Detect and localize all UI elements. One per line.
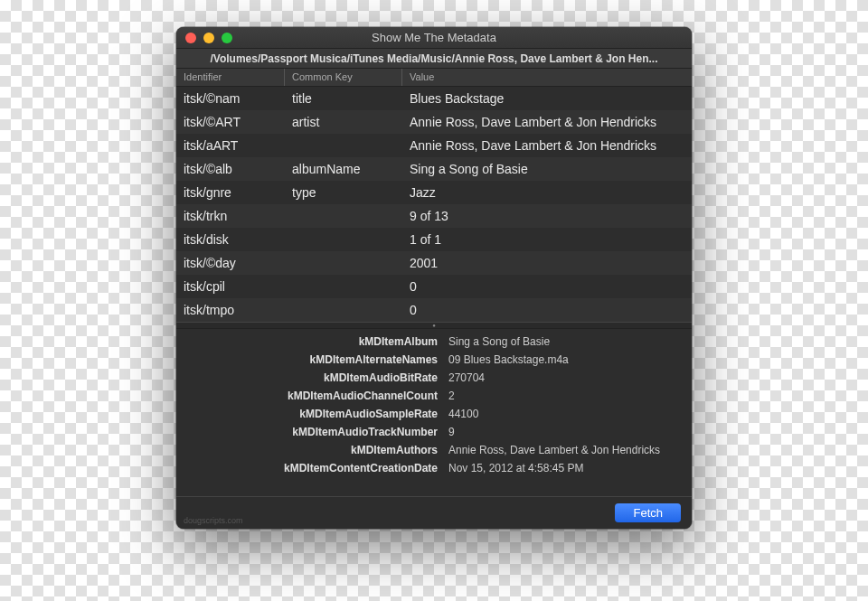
- cell-identifier: itsk/cpil: [176, 279, 285, 294]
- table-row[interactable]: itsk/©day2001: [176, 251, 692, 275]
- window-title: Show Me The Metadata: [176, 31, 692, 44]
- detail-row: kMDItemContentCreationDateNov 15, 2012 a…: [176, 459, 692, 477]
- close-icon[interactable]: [185, 33, 196, 43]
- detail-value: Sing a Song of Basie: [443, 335, 692, 348]
- cell-identifier: itsk/trkn: [176, 209, 285, 223]
- header-common-key[interactable]: Common Key: [285, 69, 402, 86]
- header-value[interactable]: Value: [402, 69, 692, 86]
- detail-value: Annie Ross, Dave Lambert & Jon Hendricks: [443, 444, 692, 456]
- traffic-lights: [176, 33, 232, 43]
- metadata-table: itsk/©namtitleBlues Backstageitsk/©ARTar…: [176, 87, 692, 322]
- detail-key: kMDItemAudioTrackNumber: [176, 426, 443, 438]
- cell-common-key: title: [285, 91, 402, 106]
- table-row[interactable]: itsk/©namtitleBlues Backstage: [176, 87, 692, 110]
- cell-value: 9 of 13: [402, 209, 692, 223]
- cell-value: Annie Ross, Dave Lambert & Jon Hendricks: [402, 115, 692, 129]
- detail-row: kMDItemAlbumSing a Song of Basie: [176, 333, 692, 351]
- detail-key: kMDItemContentCreationDate: [176, 462, 443, 474]
- detail-value: 2: [443, 390, 692, 402]
- detail-row: kMDItemAudioTrackNumber9: [176, 423, 692, 441]
- cell-identifier: itsk/gnre: [176, 185, 285, 200]
- table-row[interactable]: itsk/trkn9 of 13: [176, 204, 692, 228]
- cell-identifier: itsk/disk: [176, 232, 285, 247]
- cell-identifier: itsk/©alb: [176, 162, 285, 176]
- cell-identifier: itsk/©day: [176, 256, 285, 270]
- detail-key: kMDItemAudioChannelCount: [176, 390, 443, 402]
- table-row[interactable]: itsk/©ARTartistAnnie Ross, Dave Lambert …: [176, 110, 692, 134]
- detail-value: 9: [443, 426, 692, 438]
- detail-row: kMDItemAudioSampleRate44100: [176, 405, 692, 423]
- cell-identifier: itsk/©nam: [176, 91, 285, 106]
- detail-row: kMDItemAudioBitRate270704: [176, 369, 692, 387]
- detail-key: kMDItemAlbum: [176, 335, 443, 348]
- detail-value: 09 Blues Backstage.m4a: [443, 353, 692, 366]
- cell-value: Annie Ross, Dave Lambert & Jon Hendricks: [402, 138, 692, 153]
- table-row[interactable]: itsk/gnretypeJazz: [176, 181, 692, 204]
- detail-key: kMDItemAudioBitRate: [176, 371, 443, 384]
- cell-common-key: albumName: [285, 162, 402, 176]
- table-header: Identifier Common Key Value: [176, 69, 692, 87]
- table-row[interactable]: itsk/cpil0: [176, 275, 692, 298]
- file-path: /Volumes/Passport Musica/iTunes Media/Mu…: [210, 52, 657, 65]
- cell-identifier: itsk/©ART: [176, 115, 285, 129]
- detail-key: kMDItemAuthors: [176, 444, 443, 456]
- cell-common-key: type: [285, 185, 402, 200]
- credit-label: dougscripts.com: [184, 516, 243, 525]
- pane-divider[interactable]: ●: [176, 322, 692, 329]
- cell-value: 0: [402, 279, 692, 294]
- path-bar: /Volumes/Passport Musica/iTunes Media/Mu…: [176, 49, 692, 69]
- app-window: Show Me The Metadata /Volumes/Passport M…: [176, 27, 692, 529]
- fetch-button[interactable]: Fetch: [615, 503, 681, 522]
- table-row[interactable]: itsk/disk1 of 1: [176, 228, 692, 251]
- cell-value: 2001: [402, 256, 692, 270]
- table-row[interactable]: itsk/©albalbumNameSing a Song of Basie: [176, 157, 692, 181]
- header-identifier[interactable]: Identifier: [176, 69, 285, 86]
- table-row[interactable]: itsk/tmpo0: [176, 298, 692, 322]
- cell-common-key: artist: [285, 115, 402, 129]
- cell-identifier: itsk/tmpo: [176, 303, 285, 317]
- spotlight-metadata-panel: kMDItemAlbumSing a Song of BasiekMDItemA…: [176, 329, 692, 496]
- detail-row: kMDItemAudioChannelCount2: [176, 387, 692, 405]
- cell-value: Jazz: [402, 185, 692, 200]
- zoom-icon[interactable]: [222, 33, 232, 43]
- table-row[interactable]: itsk/aARTAnnie Ross, Dave Lambert & Jon …: [176, 134, 692, 157]
- detail-key: kMDItemAudioSampleRate: [176, 408, 443, 420]
- cell-identifier: itsk/aART: [176, 138, 285, 153]
- detail-row: kMDItemAuthorsAnnie Ross, Dave Lambert &…: [176, 441, 692, 459]
- cell-value: Sing a Song of Basie: [402, 162, 692, 176]
- detail-row: kMDItemAlternateNames09 Blues Backstage.…: [176, 351, 692, 369]
- minimize-icon[interactable]: [203, 33, 214, 43]
- detail-key: kMDItemAlternateNames: [176, 353, 443, 366]
- cell-value: 0: [402, 303, 692, 317]
- titlebar[interactable]: Show Me The Metadata: [176, 27, 692, 49]
- cell-value: Blues Backstage: [402, 91, 692, 106]
- footer: dougscripts.com Fetch: [176, 496, 692, 529]
- cell-value: 1 of 1: [402, 232, 692, 247]
- detail-value: 270704: [443, 371, 692, 384]
- detail-value: 44100: [443, 408, 692, 420]
- detail-value: Nov 15, 2012 at 4:58:45 PM: [443, 462, 692, 474]
